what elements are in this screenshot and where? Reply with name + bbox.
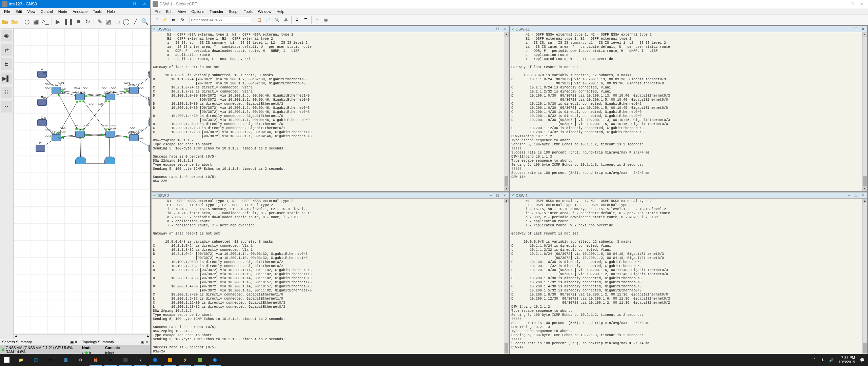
- menu-tools[interactable]: Tools: [241, 9, 255, 14]
- node-BB[interactable]: BB: [149, 96, 150, 106]
- terminal-header[interactable]: ✓ DSW-22 ─ ☐ ✕: [152, 26, 509, 32]
- terminal-output[interactable]: N1 - OSPF NSSA external type 1, N2 - OSP…: [510, 32, 867, 191]
- tray-network-icon[interactable]: 🖧: [821, 358, 824, 362]
- minimize-button[interactable]: ─: [119, 0, 129, 8]
- tray-chevron-icon[interactable]: ˄: [814, 358, 816, 362]
- minimize-button[interactable]: ─: [488, 194, 493, 197]
- menu-view[interactable]: View: [175, 9, 189, 14]
- node-R1[interactable]: [75, 157, 86, 164]
- dock-security[interactable]: ▶▌: [1, 73, 12, 84]
- scroll-left-icon[interactable]: ◀: [14, 334, 18, 339]
- find-button[interactable]: 🔍: [273, 16, 281, 24]
- pause-button[interactable]: ❚❚: [63, 17, 74, 27]
- dock-routers[interactable]: ◉: [1, 30, 12, 41]
- tray-volume-icon[interactable]: 🔊: [829, 358, 834, 362]
- open-project-button[interactable]: [11, 17, 18, 27]
- panel-controls[interactable]: ▣ ✕: [141, 340, 148, 344]
- ellipse-button[interactable]: ◯: [122, 17, 130, 27]
- node-DSW-22[interactable]: DSW-22: [104, 127, 116, 138]
- minimize-button[interactable]: ─: [488, 27, 493, 31]
- zoom-button[interactable]: 🔍: [141, 17, 149, 27]
- scroll-thumb[interactable]: [505, 343, 508, 353]
- terminal-header[interactable]: ✓ DSW-2 ─ ☐ ✕: [152, 192, 509, 199]
- node-AA[interactable]: AA: [149, 67, 150, 78]
- scrollbar[interactable]: ▲▼: [504, 199, 509, 358]
- dock-end-devices[interactable]: 🖥: [1, 58, 12, 70]
- terminal-output[interactable]: N1 - OSPF NSSA external type 1, N2 - OSP…: [152, 32, 509, 191]
- note-button[interactable]: ✎: [97, 17, 103, 27]
- dock-all[interactable]: ⠿: [1, 87, 12, 98]
- host-input[interactable]: [189, 17, 250, 23]
- node-ASW-2[interactable]: ASW-2: [52, 131, 61, 141]
- new-project-button[interactable]: [1, 17, 9, 27]
- maximize-button[interactable]: ☐: [129, 0, 139, 8]
- start-button[interactable]: [0, 354, 14, 366]
- menu-transfer[interactable]: Transfer: [207, 9, 226, 14]
- menu-window[interactable]: Window: [255, 9, 274, 14]
- node-ASW-11[interactable]: ASW-11: [128, 83, 139, 94]
- settings-button[interactable]: ⚙: [293, 16, 301, 24]
- panel-controls[interactable]: ▣ ✕: [70, 340, 78, 344]
- copy-button[interactable]: 📋: [255, 16, 263, 24]
- maximize-button[interactable]: ☐: [853, 27, 859, 31]
- task-firefox[interactable]: 🦊: [88, 354, 103, 366]
- scroll-thumb[interactable]: [863, 343, 867, 353]
- close-button[interactable]: ✕: [860, 27, 866, 31]
- terminal-output[interactable]: N1 - OSPF NSSA external type 1, N2 - OSP…: [510, 199, 867, 358]
- snapshot-button[interactable]: ◷: [24, 17, 31, 27]
- node-R2[interactable]: [104, 157, 115, 164]
- scroll-up-icon[interactable]: ▲: [863, 32, 867, 37]
- terminal-output[interactable]: N1 - OSPF NSSA external type 1, N2 - OSP…: [152, 199, 509, 358]
- scroll-thumb[interactable]: [863, 176, 867, 186]
- node-DSW-1[interactable]: DSW-1: [75, 90, 85, 100]
- maximize-button[interactable]: ☐: [495, 194, 500, 197]
- rect-button[interactable]: ▭: [114, 17, 121, 27]
- image-button[interactable]: ▨: [105, 17, 112, 27]
- close-button[interactable]: ✕: [502, 27, 507, 31]
- menu-annotate[interactable]: Annotate: [70, 9, 90, 14]
- scroll-up-icon[interactable]: ▲: [504, 32, 509, 37]
- dock-link[interactable]: 〰: [1, 101, 12, 113]
- task-app2[interactable]: 🗂: [103, 354, 118, 366]
- menu-view[interactable]: View: [25, 9, 38, 14]
- scroll-down-icon[interactable]: ▼: [504, 186, 509, 191]
- menu-file[interactable]: File: [152, 9, 163, 14]
- task-app5[interactable]: ⚡: [178, 354, 193, 366]
- task-app3[interactable]: 🔵: [148, 354, 163, 366]
- minimize-button[interactable]: ─: [847, 194, 852, 197]
- task-terminal[interactable]: ⬛: [118, 354, 133, 366]
- start-button[interactable]: ▶: [55, 17, 61, 27]
- maximize-button[interactable]: ☐: [847, 0, 857, 8]
- task-edge[interactable]: 🌐: [28, 354, 43, 366]
- close-button[interactable]: ✕: [139, 0, 150, 8]
- task-securecrt[interactable]: 🔷: [208, 354, 222, 366]
- col-console[interactable]: Console: [105, 346, 148, 350]
- scroll-down-icon[interactable]: ▼: [863, 186, 867, 191]
- menu-file[interactable]: File: [1, 9, 13, 14]
- help-button[interactable]: ?: [313, 16, 321, 24]
- task-app6[interactable]: 🟩: [193, 354, 208, 366]
- tray-notifications-icon[interactable]: 💬: [860, 358, 865, 362]
- menu-script[interactable]: Script: [226, 9, 241, 14]
- topology-canvas[interactable]: AAAASW-1ASW-11DSW-1DSW-11BBBCCCASW-2ASW-…: [14, 28, 150, 334]
- scrollbar[interactable]: ▲▼: [862, 32, 867, 191]
- print-button[interactable]: 🖶: [282, 16, 290, 24]
- task-app1[interactable]: 📘: [58, 354, 73, 366]
- node-D[interactable]: D: [36, 142, 45, 152]
- line-button[interactable]: ╱: [132, 17, 139, 27]
- stop-button[interactable]: ■: [76, 17, 82, 27]
- reload-button[interactable]: ↻: [84, 17, 91, 27]
- menu-options[interactable]: Options: [189, 9, 207, 14]
- close-button[interactable]: ✕: [502, 194, 507, 197]
- menu-edit[interactable]: Edit: [13, 9, 25, 14]
- show-interface-button[interactable]: ▦: [33, 17, 39, 27]
- connect-in-tab-button[interactable]: ▭: [170, 16, 178, 24]
- scrollbar[interactable]: ▲▼: [862, 199, 867, 358]
- server-row[interactable]: GNS3 VM (GNS3 VM 2.1.21) CPU 5.6%, RAM 1…: [0, 345, 80, 354]
- task-explorer[interactable]: 📁: [14, 354, 28, 366]
- terminal-header[interactable]: ✓ DSW-11 ─ ☐ ✕: [510, 26, 867, 32]
- paste-button[interactable]: 📄: [264, 16, 272, 24]
- terminal-header[interactable]: ✓ DSW-1 ─ ☐ ✕: [510, 192, 867, 199]
- col-node[interactable]: Node: [82, 346, 102, 350]
- close-button[interactable]: ✕: [860, 194, 866, 197]
